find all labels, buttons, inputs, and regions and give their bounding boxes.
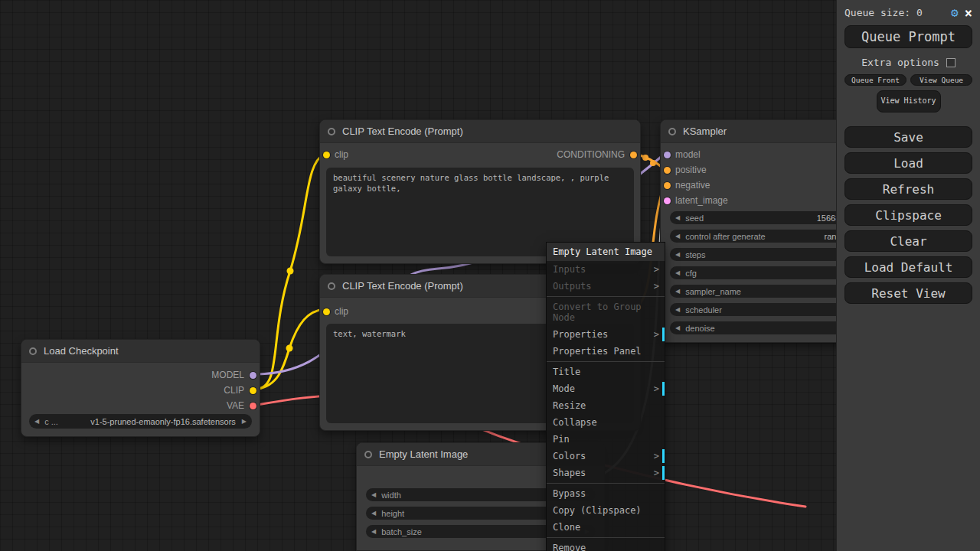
output-port-conditioning[interactable] [630, 152, 637, 158]
node-header[interactable]: CLIP Text Encode (Prompt) [320, 120, 640, 143]
submenu-arrow-icon: > [654, 468, 659, 478]
output-port-model[interactable] [250, 372, 256, 379]
input-label: negative [675, 180, 710, 191]
menu-item-mode[interactable]: Mode> [547, 380, 665, 397]
widget-name: cfg [685, 269, 697, 278]
output-label: VAE [227, 400, 244, 411]
menu-item-shapes[interactable]: Shapes> [547, 465, 665, 481]
menu-item-outputs: Outputs> [547, 278, 665, 295]
queue-front-button[interactable]: Queue Front [844, 74, 906, 86]
arrow-left-icon[interactable]: ◀ [675, 269, 680, 276]
widget-name: width [381, 491, 401, 500]
menu-item-properties[interactable]: Properties> [547, 326, 665, 343]
node-title: Empty Latent Image [379, 448, 468, 460]
node-title: CLIP Text Encode (Prompt) [342, 280, 463, 292]
widget-name: batch_size [381, 527, 422, 536]
wire-dot [287, 268, 294, 275]
save-button[interactable]: Save [844, 126, 972, 148]
arrow-left-icon[interactable]: ◀ [675, 233, 680, 240]
extra-options-label: Extra options [861, 57, 939, 68]
submenu-accent-bar [662, 328, 665, 341]
collapse-dot-icon[interactable] [328, 282, 335, 290]
submenu-arrow-icon: > [654, 451, 659, 461]
menu-item-pin[interactable]: Pin [547, 431, 665, 448]
submenu-arrow-icon: > [654, 264, 659, 275]
submenu-arrow-icon: > [654, 281, 659, 292]
output-port-vae[interactable] [250, 403, 256, 409]
widget-ckpt-name[interactable]: ◀ c ... v1-5-pruned-emaonly-fp16.safeten… [29, 414, 252, 429]
submenu-arrow-icon: > [654, 329, 659, 340]
input-port-clip[interactable] [323, 308, 330, 315]
input-label: positive [675, 165, 707, 175]
node-title: CLIP Text Encode (Prompt) [342, 126, 463, 137]
view-queue-button[interactable]: View Queue [910, 74, 972, 86]
arrow-left-icon[interactable]: ◀ [371, 491, 376, 498]
input-port-latent-image[interactable] [664, 197, 671, 204]
menu-item-properties-panel[interactable]: Properties Panel [547, 343, 665, 360]
widget-name: height [381, 509, 404, 518]
arrow-left-icon[interactable]: ◀ [675, 324, 680, 331]
input-port-negative[interactable] [664, 182, 671, 189]
menu-separator [547, 537, 665, 538]
node-title: KSampler [683, 126, 727, 137]
arrow-left-icon[interactable]: ◀ [675, 306, 680, 313]
menu-item-copy-clipspace[interactable]: Copy (Clipspace) [547, 502, 665, 519]
menu-separator [547, 361, 665, 362]
node-title: Load Checkpoint [44, 345, 119, 357]
collapse-dot-icon[interactable] [29, 347, 37, 355]
submenu-accent-bar [662, 382, 665, 396]
input-label: model [675, 149, 701, 160]
wire-dot [650, 160, 656, 166]
node-load-checkpoint[interactable]: Load Checkpoint MODEL CLIP VAE ◀ c ... v… [21, 339, 260, 437]
clipspace-button[interactable]: Clipspace [844, 204, 972, 226]
menu-item-bypass[interactable]: Bypass [547, 485, 665, 502]
output-port-clip[interactable] [250, 387, 256, 394]
reset-view-button[interactable]: Reset View [844, 282, 972, 304]
menu-item-title[interactable]: Title [547, 364, 665, 380]
node-context-menu: Empty Latent Image Inputs> Outputs> Conv… [546, 242, 665, 551]
input-label: clip [335, 306, 348, 317]
widget-name: sampler_name [685, 287, 741, 296]
widget-name: steps [685, 250, 705, 259]
arrow-left-icon[interactable]: ◀ [371, 528, 376, 535]
widget-name: c ... [44, 417, 58, 426]
load-button[interactable]: Load [844, 152, 972, 174]
extra-options-checkbox[interactable] [946, 58, 956, 67]
view-history-button[interactable]: View History [877, 90, 941, 112]
input-label: clip [335, 149, 348, 160]
widget-name: seed [685, 214, 704, 223]
collapse-dot-icon[interactable] [328, 128, 335, 135]
menu-separator [547, 483, 665, 484]
close-icon[interactable]: × [965, 8, 972, 18]
collapse-dot-icon[interactable] [668, 128, 676, 135]
menu-item-resize[interactable]: Resize [547, 397, 665, 414]
menu-item-remove[interactable]: Remove [547, 540, 665, 551]
settings-gear-icon[interactable]: ⚙ [951, 8, 959, 18]
menu-item-collapse[interactable]: Collapse [547, 414, 665, 431]
output-label: MODEL [211, 370, 244, 380]
load-default-button[interactable]: Load Default [844, 256, 972, 278]
arrow-left-icon[interactable]: ◀ [371, 510, 376, 517]
collapse-dot-icon[interactable] [364, 451, 372, 458]
arrow-right-icon[interactable]: ▶ [242, 418, 247, 425]
input-port-clip[interactable] [323, 152, 330, 158]
menu-item-colors[interactable]: Colors> [547, 448, 665, 465]
arrow-left-icon[interactable]: ◀ [34, 418, 39, 425]
arrow-left-icon[interactable]: ◀ [675, 251, 680, 258]
input-port-model[interactable] [664, 152, 671, 158]
widget-value: v1-5-pruned-emaonly-fp16.safetensors [90, 417, 236, 426]
menu-item-clone[interactable]: Clone [547, 519, 665, 536]
arrow-left-icon[interactable]: ◀ [675, 288, 680, 295]
node-graph-canvas[interactable]: CLIP Text Encode (Prompt) clip CONDITION… [0, 0, 980, 551]
input-port-positive[interactable] [664, 167, 671, 174]
arrow-left-icon[interactable]: ◀ [675, 214, 680, 221]
menu-item-convert-to-group-node: Convert to Group Node [547, 298, 665, 326]
widget-name: control after generate [685, 232, 766, 241]
widget-name: denoise [685, 324, 715, 333]
node-header[interactable]: Load Checkpoint [21, 340, 260, 363]
comfyui-menu-panel: Queue size: 0 ⚙ × Queue Prompt Extra opt… [836, 0, 980, 551]
queue-size-label: Queue size: 0 [844, 7, 923, 18]
queue-prompt-button[interactable]: Queue Prompt [844, 25, 972, 48]
clear-button[interactable]: Clear [844, 230, 972, 252]
refresh-button[interactable]: Refresh [844, 178, 972, 200]
